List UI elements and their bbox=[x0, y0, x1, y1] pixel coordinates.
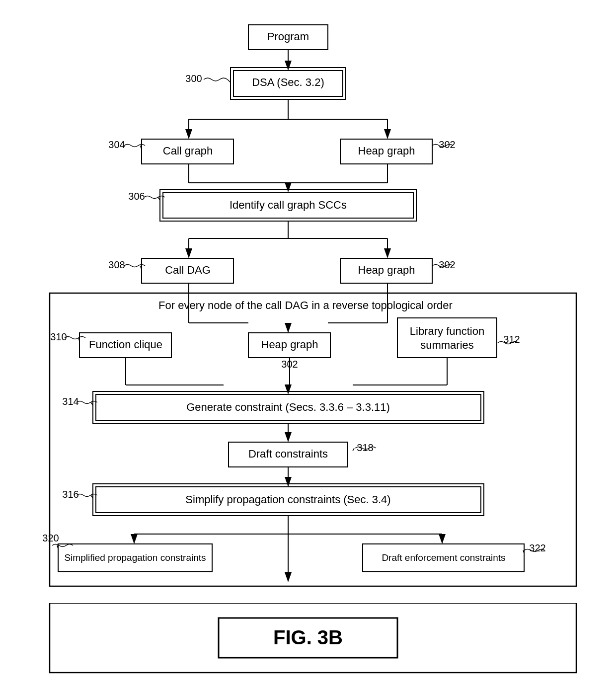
identify-sccs-label: Identify call graph SCCs bbox=[230, 199, 347, 211]
label-308: 308 bbox=[108, 259, 125, 270]
program-label: Program bbox=[267, 30, 309, 43]
label-316: 316 bbox=[62, 489, 78, 500]
simplify-propagation-label: Simplify propagation constraints (Sec. 3… bbox=[185, 493, 390, 506]
dsa-label: DSA (Sec. 3.2) bbox=[252, 76, 324, 88]
svg-rect-39 bbox=[397, 318, 497, 358]
library-summaries-line2: summaries bbox=[420, 339, 474, 351]
fig3b-label: FIG. 3B bbox=[273, 626, 343, 648]
simplified-propagation-label: Simplified propagation constraints bbox=[64, 552, 206, 563]
function-clique-label: Function clique bbox=[89, 338, 162, 351]
diagram-svg-wrapper: Program DSA (Sec. 3.2) 300 Call graph bbox=[35, 15, 581, 613]
label-300: 300 bbox=[185, 73, 202, 84]
heap-graph-1-label: Heap graph bbox=[358, 145, 415, 157]
label-322: 322 bbox=[529, 542, 545, 553]
draft-constraints-label: Draft constraints bbox=[248, 448, 328, 460]
label-304: 304 bbox=[108, 139, 125, 150]
label-320: 320 bbox=[42, 533, 59, 543]
generate-constraint-label: Generate constraint (Secs. 3.3.6 – 3.3.1… bbox=[186, 401, 390, 413]
heap-graph-2-label: Heap graph bbox=[358, 264, 415, 276]
label-318: 318 bbox=[357, 442, 373, 453]
draft-enforcement-label: Draft enforcement constraints bbox=[382, 552, 505, 563]
heap-graph-3-label: Heap graph bbox=[261, 338, 318, 351]
label-314: 314 bbox=[62, 396, 78, 407]
diagram-container: Program DSA (Sec. 3.2) 300 Call graph bbox=[35, 15, 581, 685]
for-every-node-text: For every node of the call DAG in a reve… bbox=[158, 299, 453, 311]
library-summaries-line1: Library function bbox=[410, 325, 484, 337]
label-310: 310 bbox=[50, 331, 67, 342]
call-dag-label: Call DAG bbox=[165, 264, 211, 276]
call-graph-1-label: Call graph bbox=[163, 145, 213, 157]
label-306: 306 bbox=[128, 191, 145, 202]
